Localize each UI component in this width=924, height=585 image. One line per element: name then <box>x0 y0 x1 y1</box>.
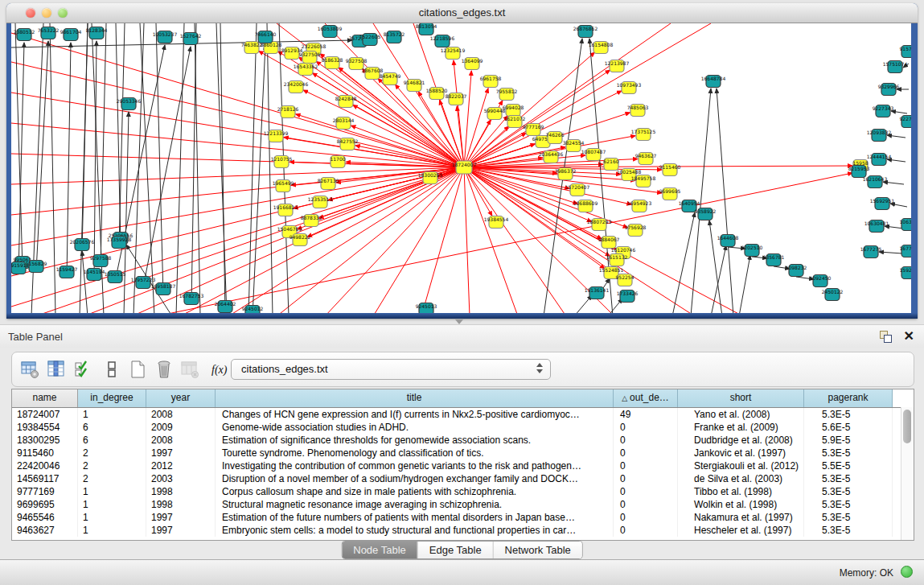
yellow-paper-node[interactable]: 19166822 <box>273 204 298 216</box>
teal-paper-node[interactable]: 8813054 <box>416 23 437 35</box>
table-cell[interactable]: 2009 <box>146 421 216 434</box>
yellow-paper-node[interactable]: 16154808 <box>589 42 614 54</box>
table-cell[interactable]: Genome-wide association studies in ADHD. <box>216 421 614 434</box>
table-cell[interactable]: Dudbridge et al. (2008) <box>678 434 804 447</box>
table-cell[interactable]: 1 <box>78 511 146 524</box>
table-cell[interactable]: Wolkin et al. (1998) <box>678 498 804 511</box>
table-row[interactable]: 1830029562008Estimation of significance … <box>12 434 914 447</box>
table-cell[interactable]: 2008 <box>146 434 216 447</box>
table-cell[interactable]: Structural magnetic resonance image aver… <box>216 498 614 511</box>
table-cell[interactable]: 1 <box>78 498 146 511</box>
network-view-window[interactable]: citations_edges.txt 18300295193845546961… <box>6 3 918 319</box>
teal-paper-node[interactable]: 16648784 <box>701 76 726 88</box>
table-cell[interactable]: 1998 <box>146 485 216 498</box>
table-cell[interactable]: 0 <box>614 421 678 434</box>
table-cell[interactable]: 18724007 <box>12 408 78 421</box>
table-cell[interactable]: 2003 <box>146 472 216 485</box>
yellow-paper-node[interactable]: 1364099 <box>462 58 483 70</box>
table-row[interactable]: 1456911722003Disruption of a novel membe… <box>12 472 914 485</box>
teal-paper-node[interactable]: 167727 <box>900 245 911 257</box>
table-cell[interactable]: Estimation of significance thresholds fo… <box>216 434 614 447</box>
teal-paper-node[interactable]: 20206576 <box>70 239 95 251</box>
table-cell[interactable]: 5.9E-5 <box>804 434 893 447</box>
teal-paper-node[interactable]: 9329966 <box>878 84 900 96</box>
table-cell[interactable]: 0 <box>614 447 678 459</box>
yellow-paper-node[interactable]: 20364436 <box>539 151 564 163</box>
teal-paper-node[interactable]: 2064402 <box>215 301 236 313</box>
yellow-paper-node[interactable]: 1588520 <box>426 88 448 100</box>
table-cell[interactable]: 6 <box>78 421 146 434</box>
table-cell[interactable]: 5.3E-5 <box>804 408 893 421</box>
memory-ok-led-icon[interactable] <box>901 566 913 578</box>
citation-network-graph[interactable]: 1830029519384554696175879558125990448699… <box>11 23 911 313</box>
teal-paper-node[interactable]: 8128344 <box>86 27 108 39</box>
network-window-titlebar[interactable]: citations_edges.txt <box>6 3 918 23</box>
table-cell[interactable]: 1997 <box>146 524 216 537</box>
column-header-in_degree[interactable]: in_degree <box>78 389 146 407</box>
yellow-paper-node[interactable]: 9115460 <box>659 164 681 176</box>
table-cell[interactable]: Stergiakouli et al. (2012) <box>678 459 804 472</box>
table-cell[interactable]: de Silva et al. (2003) <box>678 472 804 485</box>
column-header-short[interactable]: short <box>678 389 804 407</box>
table-cell[interactable]: 19384554 <box>12 421 78 434</box>
table-row[interactable]: 969969511998Structural magnetic resonanc… <box>12 498 914 511</box>
teal-paper-node[interactable]: 1527642 <box>180 33 202 45</box>
table-cell[interactable]: Nakamura et al. (1997) <box>678 511 804 524</box>
table-row[interactable]: 911546021997Tourette syndrome. Phenomeno… <box>12 447 914 459</box>
yellow-paper-node[interactable]: 2803144 <box>333 117 355 130</box>
yellow-paper-node[interactable]: 10688609 <box>573 200 598 212</box>
yellow-paper-node[interactable]: 2718126 <box>277 106 299 118</box>
teal-paper-node[interactable]: 159291 <box>900 267 911 279</box>
yellow-paper-node[interactable]: 8822037 <box>446 93 467 105</box>
yellow-paper-node[interactable]: 8878332 <box>301 215 322 227</box>
yellow-paper-node[interactable]: 7955812 <box>496 89 518 101</box>
table-cell[interactable]: 1 <box>78 408 146 421</box>
vertical-scrollbar[interactable] <box>901 407 914 540</box>
table-cell[interactable]: Hescheler et al. (1997) <box>678 524 804 537</box>
yellow-paper-node[interactable]: 746266 <box>546 132 565 144</box>
yellow-paper-node[interactable]: 9699695 <box>659 188 681 200</box>
scrollbar-thumb[interactable] <box>903 410 911 443</box>
yellow-paper-node[interactable]: 1210755 <box>271 156 293 168</box>
yellow-paper-node[interactable]: 18495758 <box>631 175 656 187</box>
table-cell[interactable]: 2 <box>78 447 146 459</box>
yellow-paper-node[interactable]: 12353513 <box>308 196 333 208</box>
table-row[interactable]: 946554611997Estimation of the future num… <box>12 511 914 524</box>
row-height-icon[interactable] <box>102 360 121 379</box>
table-row[interactable]: 2242004622012Investigating the contribut… <box>12 459 914 472</box>
teal-paper-node[interactable]: 29053346 <box>117 98 142 110</box>
table-cell[interactable]: 14569117 <box>12 472 78 485</box>
teal-paper-node[interactable]: 915731 <box>900 46 911 58</box>
tab-network-table[interactable]: Network Table <box>494 542 582 558</box>
yellow-paper-node[interactable]: 8267130 <box>318 178 339 190</box>
table-cell[interactable]: 9699695 <box>12 498 78 511</box>
yellow-paper-node[interactable]: 7485063 <box>627 105 649 117</box>
table-cell[interactable]: 9115460 <box>12 447 78 459</box>
teal-paper-node[interactable]: 9358922 <box>695 208 717 220</box>
table-cell[interactable]: 5.3E-5 <box>804 524 893 537</box>
table-row[interactable]: 1938455462009Genome-wide association stu… <box>12 421 914 434</box>
table-cell[interactable]: Corpus callosum shape and size in male p… <box>216 485 614 498</box>
yellow-paper-node[interactable]: 12213987 <box>605 60 630 72</box>
teal-paper-node[interactable]: 1159427 <box>56 266 78 278</box>
teal-paper-node[interactable]: 12218596 <box>430 35 455 47</box>
tab-node-table[interactable]: Node Table <box>342 542 418 558</box>
table-cell[interactable]: 9465546 <box>12 511 78 524</box>
table-cell[interactable]: Franke et al. (2009) <box>678 421 804 434</box>
close-panel-icon[interactable]: ✕ <box>904 329 914 344</box>
table-cell[interactable]: Tibbo et al. (1998) <box>678 485 804 498</box>
table-cell[interactable]: 1 <box>78 485 146 498</box>
yellow-paper-node[interactable]: 9777169 <box>523 124 544 136</box>
table-cell[interactable]: 0 <box>614 485 678 498</box>
teal-paper-node[interactable]: 9202510 <box>741 245 763 257</box>
column-select-icon[interactable] <box>47 360 66 379</box>
delete-table-icon[interactable] <box>180 360 199 379</box>
table-cell[interactable]: Investigating the contribution of common… <box>216 459 614 472</box>
teal-paper-node[interactable]: 26876862 <box>573 26 598 38</box>
table-body[interactable]: 1872400712008Changes of HCN gene express… <box>12 408 914 537</box>
teal-paper-node[interactable]: 9245013 <box>416 303 437 314</box>
table-cell[interactable]: 2 <box>78 472 146 485</box>
table-row[interactable]: 946362711997Embryonic stem cells: a mode… <box>12 524 914 537</box>
column-header-pagerank[interactable]: pagerank <box>804 389 893 407</box>
teal-paper-node[interactable]: 15136141 <box>585 287 610 299</box>
